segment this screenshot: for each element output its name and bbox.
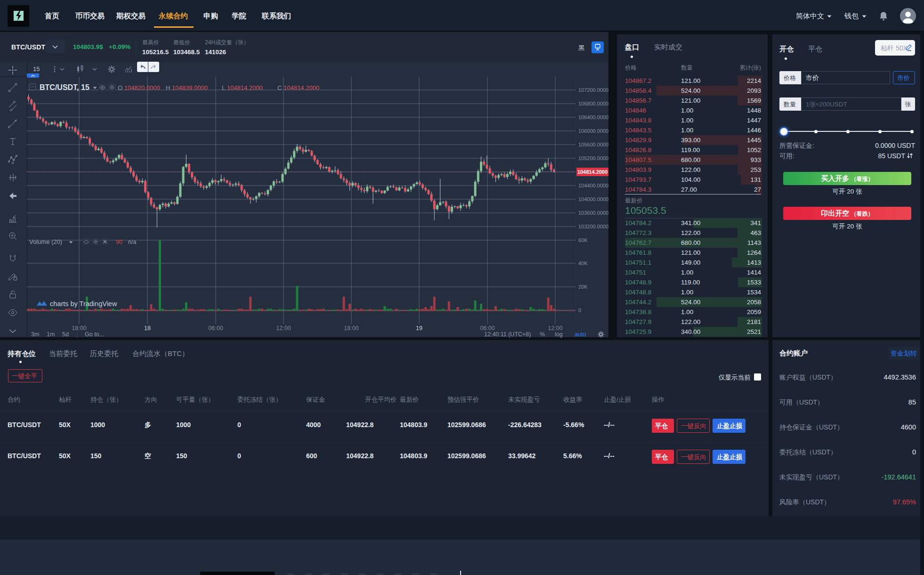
svg-text:104814.2000: 104814.2000 — [577, 169, 608, 175]
svg-text:107200.0000: 107200.0000 — [578, 87, 608, 93]
svg-text:0: 0 — [578, 308, 581, 313]
svg-text:103600.0000: 103600.0000 — [578, 210, 608, 216]
svg-text:40K: 40K — [578, 260, 588, 266]
svg-text:103200.0000: 103200.0000 — [578, 224, 608, 229]
svg-text:104400.0000: 104400.0000 — [578, 183, 608, 188]
svg-text:104000.0000: 104000.0000 — [578, 196, 608, 202]
svg-text:60K: 60K — [578, 237, 588, 243]
svg-text:106400.0000: 106400.0000 — [578, 114, 608, 120]
svg-text:106800.0000: 106800.0000 — [578, 101, 608, 106]
svg-text:105600.0000: 105600.0000 — [578, 142, 608, 147]
svg-text:106000.0000: 106000.0000 — [578, 128, 608, 134]
svg-text:105200.0000: 105200.0000 — [578, 155, 608, 161]
svg-text:20K: 20K — [578, 284, 588, 290]
